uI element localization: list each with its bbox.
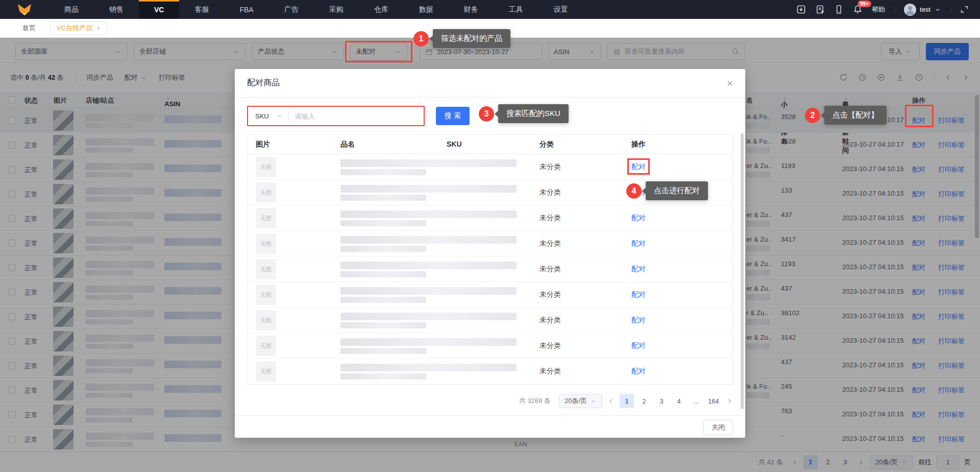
modal-product-table: 图片 品名 SKU 分类 操作 无图 未分类 配对 无图 未分: [247, 134, 733, 385]
avatar: [904, 4, 916, 16]
help-button[interactable]: 帮助: [872, 5, 885, 14]
nav-item[interactable]: 仓库: [359, 0, 404, 19]
modal-header-sku: SKU: [447, 140, 462, 148]
modal-page-number[interactable]: 164: [706, 394, 721, 408]
app-logo[interactable]: [0, 0, 49, 19]
step-1-badge: 1: [413, 31, 429, 46]
modal-pair-link[interactable]: 配对: [631, 239, 646, 247]
category-cell: 未分类: [540, 239, 561, 248]
nav-item-label: 采购: [329, 5, 344, 14]
no-image-placeholder: 无图: [256, 336, 276, 356]
user-menu[interactable]: test: [904, 4, 941, 16]
nav-item-label: 广告: [284, 5, 299, 14]
blurred-product-sku: [340, 322, 426, 328]
blurred-product-sku: [340, 195, 426, 201]
modal-prev-page-icon[interactable]: [607, 397, 615, 405]
notification-bell-icon[interactable]: 99+: [853, 5, 863, 14]
divider: [894, 6, 895, 13]
blurred-product-name: [340, 313, 517, 320]
highlight-box-row-pair-link: [905, 105, 934, 127]
blurred-product-name: [340, 236, 517, 244]
blurred-product-name: [340, 159, 517, 167]
nav-right-actions: 99+ 帮助 test: [796, 0, 980, 19]
highlight-box-pair-status-filter: [345, 41, 412, 62]
nav-item[interactable]: 工具: [494, 0, 538, 19]
modal-pair-link[interactable]: 配对: [631, 341, 646, 349]
modal-product-row: 无图 未分类 配对: [248, 282, 732, 308]
nav-item[interactable]: FBA: [224, 0, 268, 19]
divider: [950, 6, 951, 13]
modal-pair-link[interactable]: 配对: [631, 290, 646, 298]
nav-item-label: 设置: [554, 5, 568, 14]
modal-product-row: 无图 未分类 配对: [248, 256, 732, 282]
no-image-placeholder: 无图: [256, 361, 276, 382]
nav-item-label: 财务: [464, 5, 478, 14]
modal-close-button[interactable]: 关闭: [703, 420, 733, 435]
modal-pair-link[interactable]: 配对: [631, 214, 646, 222]
modal-next-page-icon[interactable]: [726, 397, 733, 405]
blurred-product-name: [340, 185, 517, 193]
no-image-placeholder: 无图: [256, 310, 276, 331]
modal-scrollbar[interactable]: [741, 133, 744, 409]
chevron-down-icon: [276, 112, 283, 120]
no-image-placeholder: 无图: [256, 259, 276, 279]
nav-item[interactable]: 设置: [538, 0, 583, 19]
nav-item[interactable]: 商品: [49, 0, 94, 19]
sku-type-value: SKU: [255, 112, 269, 120]
search-button[interactable]: 搜 索: [436, 107, 470, 125]
modal-pair-link[interactable]: 配对: [631, 265, 646, 273]
step-2-tooltip: 点击【配对】: [824, 106, 887, 125]
modal-table-header: 图片 品名 SKU 分类 操作: [248, 135, 732, 154]
nav-menu: 商品 销售 VC 客服 FBA 广告 采购 仓库 数据 财务 工具 设置: [49, 0, 583, 19]
modal-product-row: 无图 未分类 配对: [248, 308, 732, 333]
modal-page-size-select[interactable]: 20条/页: [559, 394, 602, 408]
step-3-tooltip: 搜索匹配的SKU: [498, 104, 569, 123]
nav-item[interactable]: 财务: [449, 0, 494, 19]
category-cell: 未分类: [540, 265, 561, 274]
order-add-icon[interactable]: [815, 5, 825, 14]
close-icon[interactable]: ×: [727, 78, 733, 88]
blurred-product-name: [340, 338, 517, 346]
nav-item[interactable]: 采购: [314, 0, 359, 19]
modal-product-row: 无图 未分类 配对: [248, 154, 732, 180]
modal-page-number[interactable]: ...: [689, 394, 703, 408]
mobile-app-icon[interactable]: [834, 5, 844, 14]
sku-type-select[interactable]: SKU: [248, 107, 288, 125]
modal-title: 配对商品: [247, 78, 280, 88]
no-image-placeholder: 无图: [256, 233, 276, 254]
blurred-product-sku: [340, 373, 426, 380]
modal-page-number[interactable]: 3: [654, 394, 669, 408]
modal-page-numbers: 1 2 3 4 ... 164: [620, 394, 721, 408]
modal-header-name: 品名: [340, 140, 355, 149]
nav-item-label: FBA: [239, 6, 253, 14]
nav-item[interactable]: 数据: [404, 0, 449, 19]
fullscreen-icon[interactable]: [960, 5, 969, 14]
blurred-product-sku: [340, 271, 426, 277]
modal-page-number[interactable]: 4: [672, 394, 686, 408]
chevron-down-icon: [590, 398, 597, 405]
modal-pair-link[interactable]: 配对: [631, 367, 646, 375]
no-image-placeholder: 无图: [256, 182, 276, 203]
download-center-icon[interactable]: [796, 5, 806, 14]
tab-vc-online-products[interactable]: VC在线产品 ×: [50, 21, 107, 35]
sku-search-input[interactable]: [289, 107, 424, 125]
category-cell: 未分类: [540, 341, 561, 350]
close-tab-icon[interactable]: ×: [96, 25, 101, 32]
modal-page-number[interactable]: 1: [620, 394, 634, 408]
blurred-product-sku: [340, 169, 426, 175]
sku-search-group: SKU: [247, 106, 425, 126]
modal-pair-link[interactable]: 配对: [631, 316, 646, 324]
modal-pair-link[interactable]: 配对: [631, 162, 646, 171]
nav-item[interactable]: 客服: [179, 0, 224, 19]
modal-header-image: 图片: [256, 140, 270, 149]
nav-item[interactable]: VC: [139, 0, 179, 19]
nav-item-label: VC: [154, 6, 164, 14]
top-navigation: 商品 销售 VC 客服 FBA 广告 采购 仓库 数据 财务 工具 设置: [0, 0, 980, 19]
nav-item[interactable]: 销售: [94, 0, 139, 19]
modal-product-row: 无图 未分类 配对: [248, 205, 732, 231]
nav-item[interactable]: 广告: [269, 0, 314, 19]
category-cell: 未分类: [540, 316, 561, 325]
tab-home[interactable]: 首页: [22, 23, 36, 33]
blurred-product-name: [340, 210, 517, 218]
modal-page-number[interactable]: 2: [637, 394, 651, 408]
